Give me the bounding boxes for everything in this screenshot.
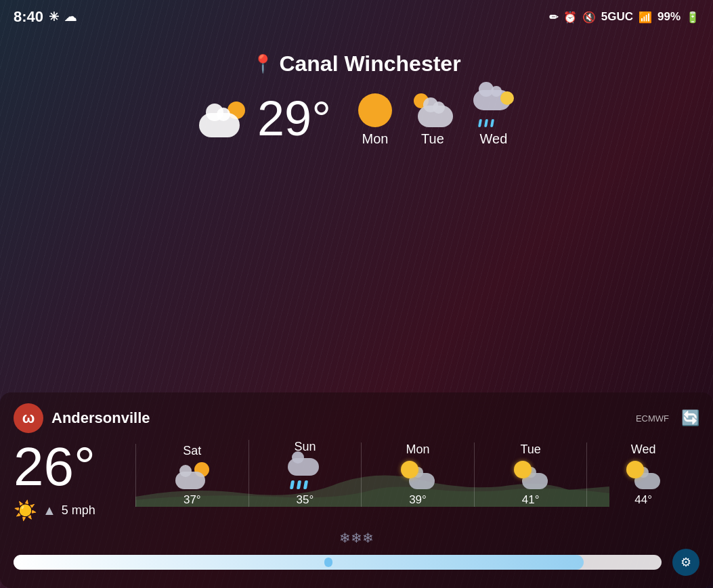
tue-temp: 41° [522,493,540,507]
forecast-tue: Tue 41° [474,443,587,507]
app-icon-letter: ω [22,409,35,427]
wind-row: ☀️ ▲ 5 mph [14,499,122,522]
current-weather-row: 29° Mon Tue [27,90,686,147]
wind-arrow-icon: ▲ [43,503,56,518]
forecast-mon: Mon 39° [361,443,474,507]
wind-speed: 5 mph [62,503,95,518]
top-weather-widget[interactable]: 📍 Canal Winchester 29° Mon [0,31,713,160]
top-forecast-mon: Mon [358,93,392,147]
wed-label: Wed [480,131,508,147]
widget-left: 26° ☀️ ▲ 5 mph [14,440,122,522]
current-weather-left: 29° [199,94,331,143]
wed-weather-icon [473,90,514,127]
sun-icon [288,458,322,489]
forecast-wed: Wed 44° [586,443,699,507]
mon-label: Mon [362,131,388,147]
tue-weather-icon [412,93,453,127]
wed-icon [626,461,660,489]
cloud-status-icon: ☁ [64,9,77,24]
signal-icon: 📶 [639,11,652,24]
forecast-sat: Sat 37° [135,444,249,507]
widget-body: 26° ☀️ ▲ 5 mph Sat [14,440,699,527]
battery-percent: 99% [657,10,680,24]
progress-fill [14,555,584,570]
andersonville-city-name: Andersonville [51,409,150,427]
settings-button[interactable]: ⚙ [672,549,699,576]
mon-weather-icon [358,93,392,127]
tue-icon [514,461,548,489]
forecast-table: Sat 37° Sun [135,440,699,527]
location-pin-icon: 📍 [252,53,274,74]
widget-header: ω Andersonville ECMWF 🔄 [14,403,699,433]
progress-bar-container: ⚙ [14,550,699,574]
mon-temp: 39° [409,493,427,507]
status-left: 8:40 ✳ ☁ [14,8,77,26]
sat-temp: 37° [183,493,201,507]
fan-icon: ✳ [49,9,59,24]
network-label: 5GUC [601,10,633,24]
top-forecast-tue: Tue [412,93,453,147]
progress-highlight [324,558,332,567]
progress-bar [14,555,662,570]
andersonville-widget[interactable]: ω Andersonville ECMWF 🔄 26° ☀️ ▲ 5 mph [0,392,713,588]
status-bar: 8:40 ✳ ☁ ✏ ⏰ 🔇 5GUC 📶 99% 🔋 [0,0,713,31]
snow-icon: ❄❄❄ [339,530,374,545]
wed2-label: Wed [631,443,656,457]
location-row: 📍 Canal Winchester [27,51,686,76]
time-display: 8:40 [14,8,43,26]
mute-icon: 🔇 [582,11,596,24]
top-forecast-wed: Wed [473,90,514,147]
mon2-label: Mon [406,443,429,457]
current-weather-icon [199,100,246,137]
current-temperature: 29° [257,94,331,143]
alarm-icon: ⏰ [563,11,577,24]
app-icon: ω [14,403,43,433]
wed-temp: 44° [634,493,652,507]
mon-icon [401,461,435,489]
top-forecast-days: Mon Tue [358,90,514,147]
forecast-sun: Sun 35° [249,440,362,507]
status-right: ✏ ⏰ 🔇 5GUC 📶 99% 🔋 [549,10,699,24]
sun-small-icon: ☀️ [14,499,37,522]
tue2-label: Tue [520,443,540,457]
edit-icon: ✏ [549,11,558,24]
battery-icon: 🔋 [686,11,699,24]
sun-temp: 35° [297,493,314,507]
ecmwf-label: ECMWF [636,413,669,424]
sat-icon [175,462,209,489]
settings-icon: ⚙ [680,555,691,570]
refresh-icon[interactable]: 🔄 [681,409,699,427]
sat-label: Sat [183,444,201,458]
snow-icon-row: ❄❄❄ [14,530,699,546]
tue-label: Tue [421,131,444,147]
andersonville-temperature: 26° [14,440,122,494]
location-name: Canal Winchester [279,51,460,76]
